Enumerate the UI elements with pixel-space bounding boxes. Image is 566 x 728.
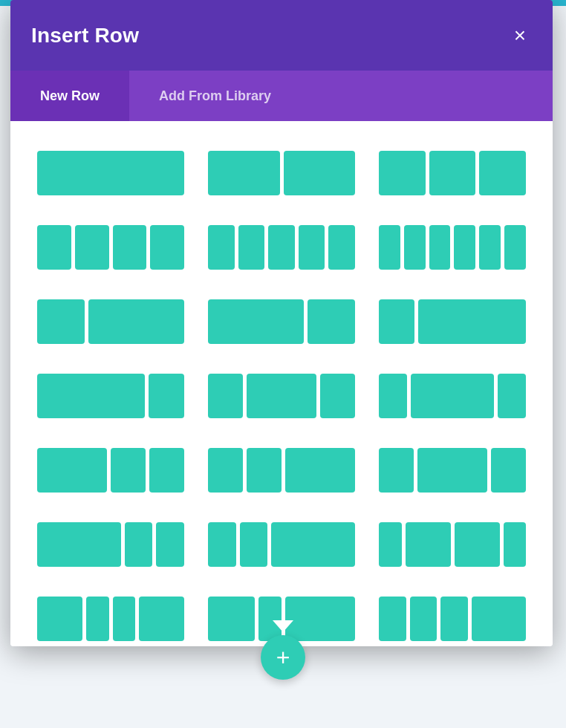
col-block [37, 299, 85, 344]
col-block [320, 374, 355, 418]
add-row-button[interactable]: + [261, 635, 305, 680]
col-block [379, 299, 414, 344]
col-block [238, 225, 265, 270]
layout-option-3col-1-1-2[interactable] [204, 441, 360, 500]
layout-option-3col-equal[interactable] [374, 143, 530, 203]
col-block [208, 448, 243, 493]
col-block [472, 597, 526, 641]
layout-option-3col-2-1-1[interactable] [33, 441, 189, 500]
col-block [418, 299, 526, 344]
layout-option-2col-large-small[interactable] [33, 366, 189, 426]
col-block [379, 151, 426, 195]
col-block [379, 522, 402, 567]
col-block [271, 522, 355, 567]
tab-add-from-library[interactable]: Add From Library [129, 71, 301, 121]
col-block [208, 522, 236, 567]
col-block [125, 522, 153, 567]
layout-option-2col-2-1[interactable] [204, 292, 360, 351]
col-block [498, 374, 526, 418]
layout-option-3col-small-large-small2[interactable] [374, 441, 530, 500]
col-block [37, 597, 82, 641]
col-block [37, 374, 145, 418]
modal-title: Insert Row [31, 24, 139, 48]
col-block [208, 225, 235, 270]
layout-option-4col-2-1-1-2[interactable] [33, 589, 189, 646]
col-block [111, 448, 146, 493]
layout-option-3col-small-small-large[interactable] [204, 515, 360, 574]
col-block [37, 522, 121, 567]
col-block [240, 522, 268, 567]
tab-new-row[interactable]: New Row [10, 71, 129, 121]
col-block [208, 299, 304, 344]
add-button-container: + [261, 620, 305, 680]
col-block [156, 522, 184, 567]
col-block [379, 448, 414, 493]
col-block [139, 597, 184, 641]
layout-option-2col-equal[interactable] [204, 143, 360, 203]
col-block [113, 225, 147, 270]
col-block [208, 597, 255, 641]
col-block [247, 448, 282, 493]
col-block [149, 448, 184, 493]
col-block [411, 374, 495, 418]
col-block [268, 225, 295, 270]
col-block [299, 225, 325, 270]
col-block [285, 448, 355, 493]
col-block [208, 151, 280, 195]
col-block [504, 225, 526, 270]
col-block [479, 225, 501, 270]
layout-option-row-last1[interactable] [374, 589, 530, 646]
col-block [37, 151, 184, 195]
layout-option-1col[interactable] [33, 143, 189, 203]
col-block [75, 225, 109, 270]
col-block [208, 374, 243, 418]
col-block [308, 299, 355, 344]
col-block [247, 374, 316, 418]
layout-option-3col-1-3-1[interactable] [374, 366, 530, 426]
col-block [86, 597, 109, 641]
modal-header: Insert Row × [10, 0, 553, 71]
layout-option-6col-equal[interactable] [374, 218, 530, 277]
col-block [113, 597, 136, 641]
col-block [379, 597, 406, 641]
col-block [88, 299, 184, 344]
col-block [149, 374, 184, 418]
layout-option-2col-small-large[interactable] [374, 292, 530, 351]
col-block [491, 448, 526, 493]
col-block [454, 225, 475, 270]
tooltip-arrow [273, 620, 293, 632]
col-block [37, 225, 71, 270]
col-block [455, 522, 500, 567]
layout-option-2col-1-2[interactable] [33, 292, 189, 351]
col-block [379, 225, 400, 270]
col-block [284, 151, 356, 195]
insert-row-modal: Insert Row × New Row Add From Library [10, 0, 553, 646]
col-block [150, 225, 184, 270]
layout-option-3col-1-2-1[interactable] [204, 366, 360, 426]
col-block [429, 151, 476, 195]
col-block [429, 225, 451, 270]
col-block [406, 522, 451, 567]
col-block [479, 151, 526, 195]
layout-option-5col-equal[interactable] [204, 218, 360, 277]
col-block [37, 448, 107, 493]
layout-grid [33, 143, 530, 646]
close-button[interactable]: × [508, 22, 532, 49]
col-block [440, 597, 468, 641]
col-block [410, 597, 437, 641]
col-block [404, 225, 426, 270]
modal-tabs: New Row Add From Library [10, 71, 553, 121]
col-block [328, 225, 355, 270]
layout-option-3col-large-small-small[interactable] [33, 515, 189, 574]
col-block [504, 522, 527, 567]
col-block [379, 374, 407, 418]
layout-option-4col-1-2-2-1[interactable] [374, 515, 530, 574]
col-block [417, 448, 487, 493]
modal-body [10, 121, 553, 646]
layout-option-4col-equal[interactable] [33, 218, 189, 277]
